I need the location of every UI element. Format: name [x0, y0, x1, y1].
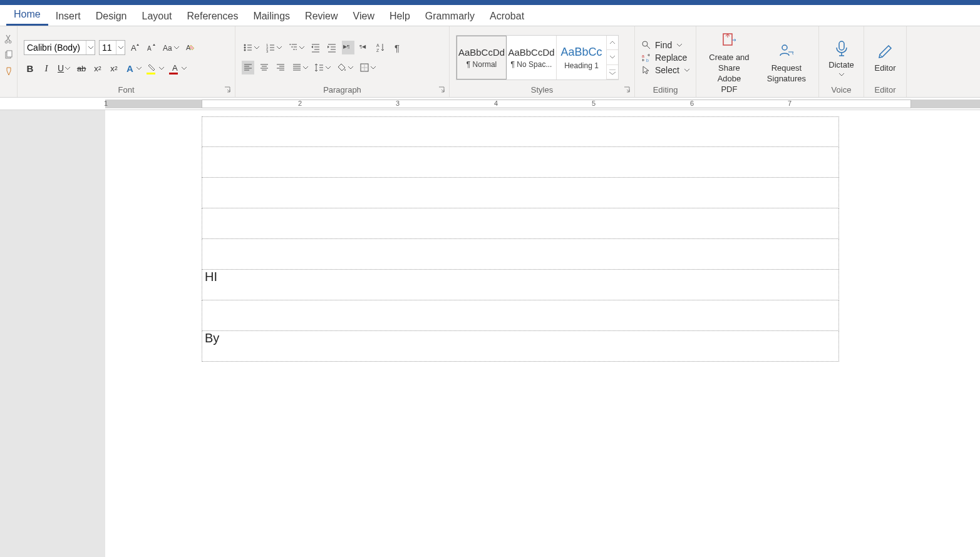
cut-icon[interactable] — [4, 34, 14, 46]
pdf-share-icon — [720, 31, 738, 50]
dialog-launcher-icon[interactable] — [224, 86, 231, 93]
styles-expand[interactable] — [607, 65, 618, 79]
font-color-button[interactable]: A — [169, 61, 188, 75]
tab-design[interactable]: Design — [88, 6, 135, 26]
line-spacing-button[interactable] — [313, 61, 332, 74]
table-row[interactable] — [202, 147, 839, 178]
rtl-text-direction-button[interactable]: ¶◀ — [358, 41, 371, 54]
font-name-select[interactable] — [24, 40, 95, 55]
find-button[interactable]: Find — [641, 40, 689, 50]
font-size-select[interactable] — [99, 40, 125, 55]
font-size-input[interactable] — [100, 43, 116, 53]
group-label-editor: Editor — [870, 84, 900, 95]
chevron-down-icon — [839, 73, 844, 76]
svg-point-21 — [642, 41, 647, 46]
request-signatures-button[interactable]: Request Signatures — [761, 42, 812, 84]
multilevel-list-button[interactable] — [287, 41, 306, 54]
page[interactable]: HI By — [105, 110, 980, 557]
superscript-button[interactable]: x2 — [108, 61, 120, 75]
align-left-button[interactable] — [242, 61, 254, 74]
tab-mailings[interactable]: Mailings — [245, 6, 297, 26]
strikethrough-button[interactable]: ab — [75, 61, 88, 75]
numbering-button[interactable]: 123 — [264, 41, 283, 54]
table-row[interactable] — [202, 300, 839, 331]
group-font: A A Aa A B I U ab x2 x2 A A Font — [18, 26, 235, 97]
justify-button[interactable] — [291, 61, 309, 74]
editor-button[interactable]: Editor — [869, 42, 902, 74]
document-area: HI By — [0, 110, 980, 557]
grow-font-button[interactable]: A — [129, 41, 142, 54]
borders-button[interactable] — [358, 61, 377, 74]
group-label-paragraph: Paragraph — [242, 84, 443, 95]
chevron-down-icon[interactable] — [116, 41, 125, 54]
highlight-button[interactable] — [147, 61, 165, 75]
tab-view[interactable]: View — [346, 6, 382, 26]
chevron-down-icon — [174, 46, 179, 49]
chevron-down-icon[interactable] — [86, 41, 95, 54]
svg-point-11 — [244, 47, 246, 49]
table-row[interactable] — [202, 208, 839, 239]
tab-acrobat[interactable]: Acrobat — [482, 6, 532, 26]
svg-text:¶◀: ¶◀ — [359, 44, 366, 49]
shrink-font-button[interactable]: A — [145, 41, 158, 54]
subscript-button[interactable]: x2 — [91, 61, 104, 75]
signature-icon — [777, 42, 796, 61]
copy-icon[interactable] — [4, 50, 14, 63]
select-button[interactable]: Select — [641, 65, 689, 75]
tab-help[interactable]: Help — [382, 6, 418, 26]
style-heading-1[interactable]: AaBbCc Heading 1 — [557, 36, 607, 79]
tab-references[interactable]: References — [180, 6, 246, 26]
svg-rect-3 — [7, 51, 12, 57]
group-label-font: Font — [24, 84, 229, 95]
text-effects-button[interactable]: A — [124, 61, 143, 75]
tab-insert[interactable]: Insert — [48, 6, 88, 26]
style-normal[interactable]: AaBbCcDd ¶ Normal — [456, 36, 507, 79]
align-center-button[interactable] — [258, 61, 271, 74]
table-row[interactable]: HI — [202, 270, 839, 300]
table-row[interactable] — [202, 116, 839, 147]
table-row[interactable] — [202, 178, 839, 208]
dialog-launcher-icon[interactable] — [623, 86, 631, 93]
style-no-spacing[interactable]: AaBbCcDd ¶ No Spac... — [507, 36, 557, 79]
svg-point-12 — [244, 49, 246, 51]
styles-scroll-up[interactable] — [607, 36, 618, 50]
svg-text:Z: Z — [376, 48, 379, 53]
group-paragraph: 123 ▶¶ ¶◀ AZ ¶ — [235, 26, 450, 97]
group-editing: Find abReplace Select Editing — [635, 26, 696, 97]
svg-point-25 — [782, 45, 787, 50]
dialog-launcher-icon[interactable] — [438, 86, 445, 93]
bullets-button[interactable] — [242, 41, 260, 54]
sort-button[interactable]: AZ — [374, 41, 387, 54]
svg-text:b: b — [646, 58, 649, 63]
replace-button[interactable]: abReplace — [641, 53, 689, 63]
tab-grammarly[interactable]: Grammarly — [418, 6, 482, 26]
styles-scroll — [607, 36, 618, 79]
increase-indent-button[interactable] — [326, 41, 338, 54]
show-hide-paragraph-button[interactable]: ¶ — [391, 41, 403, 54]
styles-scroll-down[interactable] — [607, 50, 618, 64]
table-row[interactable]: By — [202, 331, 839, 362]
table-row[interactable] — [202, 239, 839, 270]
bold-button[interactable]: B — [24, 61, 36, 75]
chevron-down-icon — [137, 67, 142, 70]
tab-home[interactable]: Home — [6, 4, 48, 26]
shading-button[interactable] — [336, 61, 354, 74]
svg-text:a: a — [642, 54, 644, 58]
font-name-input[interactable] — [24, 43, 86, 53]
italic-button[interactable]: I — [40, 61, 53, 75]
chevron-down-icon — [277, 46, 282, 49]
create-share-pdf-button[interactable]: Create and Share Adobe PDF — [703, 31, 756, 95]
change-case-button[interactable]: Aa — [162, 41, 180, 54]
svg-text:A: A — [172, 63, 178, 73]
underline-button[interactable]: U — [56, 61, 71, 75]
dictate-button[interactable]: Dictate — [822, 39, 860, 76]
decrease-indent-button[interactable] — [309, 41, 322, 54]
tab-review[interactable]: Review — [297, 6, 345, 26]
ltr-text-direction-button[interactable]: ▶¶ — [342, 41, 354, 54]
clear-formatting-button[interactable]: A — [184, 41, 197, 54]
tab-layout[interactable]: Layout — [135, 6, 180, 26]
format-painter-icon[interactable] — [4, 66, 14, 79]
horizontal-ruler[interactable]: 1 2 3 4 5 6 7 — [0, 98, 980, 110]
document-table[interactable]: HI By — [202, 116, 839, 362]
align-right-button[interactable] — [274, 61, 287, 74]
